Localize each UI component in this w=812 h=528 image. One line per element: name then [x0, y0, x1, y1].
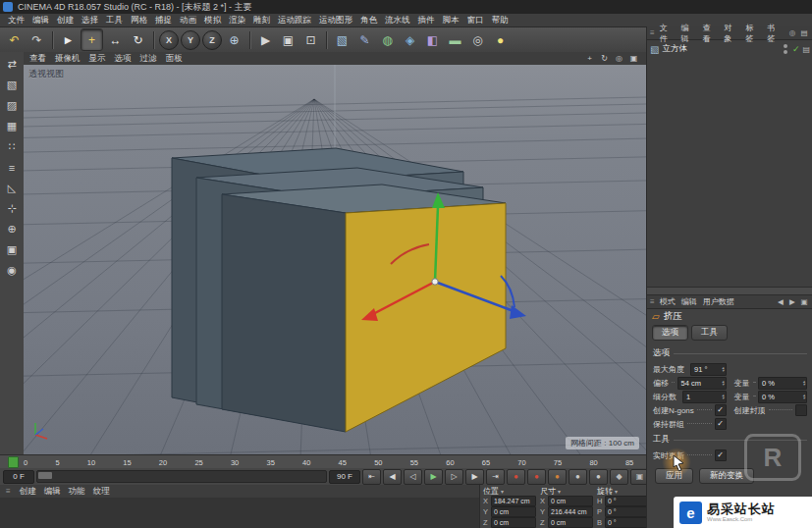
menu-item-窗口[interactable]: 窗口: [463, 15, 488, 26]
scene-3d[interactable]: [24, 65, 646, 454]
menu-item-渲染[interactable]: 渲染: [225, 15, 249, 26]
menu-item-书签[interactable]: 书签: [764, 23, 785, 44]
object-tag-icon[interactable]: ▤: [802, 45, 810, 54]
offset-field[interactable]: 54 cm▴▾: [677, 377, 727, 390]
create-ngons-checkbox[interactable]: ✓: [715, 404, 727, 416]
render-picture-viewer-button[interactable]: ▣: [278, 29, 298, 50]
max-angle-field[interactable]: 91 °▴▾: [690, 363, 727, 376]
workplane-mode-button[interactable]: ▦: [2, 117, 22, 135]
polygons-mode-button[interactable]: ◺: [2, 179, 22, 197]
undo-button[interactable]: ↶: [4, 29, 25, 50]
goto-start-button[interactable]: ⇤: [362, 469, 381, 485]
realtime-update-checkbox[interactable]: ✓: [715, 449, 727, 461]
spinner-icon[interactable]: ▴▾: [803, 380, 805, 387]
panel-menu-icon[interactable]: ≡: [6, 487, 11, 496]
menu-item-面板[interactable]: 面板: [166, 53, 183, 65]
timeline-slider-thumb[interactable]: [38, 472, 52, 479]
subdivision-field[interactable]: 1▴▾: [682, 391, 727, 403]
end-frame-field[interactable]: 90 F: [329, 470, 360, 484]
menu-item-模拟[interactable]: 模拟: [200, 15, 225, 26]
render-view-button[interactable]: ▶: [255, 29, 276, 50]
menu-item-帮助[interactable]: 帮助: [488, 15, 513, 26]
coord-value-field[interactable]: 0 °: [605, 517, 650, 528]
menu-item-选择[interactable]: 选择: [78, 15, 102, 26]
menu-item-摄像机[interactable]: 摄像机: [55, 53, 81, 65]
z-axis-lock-button[interactable]: Z: [202, 30, 222, 50]
menu-item-运动图形[interactable]: 运动图形: [315, 15, 356, 26]
texture-mode-button[interactable]: ▨: [2, 96, 22, 115]
environment-button[interactable]: ▬: [445, 29, 465, 50]
menu-item-创建[interactable]: 创建: [53, 15, 78, 26]
coord-value-field[interactable]: 216.444 cm: [548, 506, 593, 517]
live-selection-button[interactable]: ►: [58, 29, 79, 50]
subdivision-variance-field[interactable]: 0 %▴▾: [758, 391, 807, 403]
toggle-layout-button[interactable]: ▣: [627, 53, 640, 64]
offset-variance-field[interactable]: 0 %▴▾: [758, 377, 807, 390]
material-list[interactable]: [0, 498, 479, 528]
spinner-icon[interactable]: ▴▾: [722, 394, 724, 400]
menu-item-标签[interactable]: 标签: [742, 23, 764, 44]
orbit-view-button[interactable]: ↻: [598, 53, 611, 64]
prev-key-button[interactable]: ◀: [383, 469, 402, 485]
coord-value-field[interactable]: 0 °: [605, 496, 650, 506]
menu-item-捕捉[interactable]: 捕捉: [151, 15, 176, 26]
coord-value-field[interactable]: 0 cm: [548, 517, 593, 528]
menu-item-编辑[interactable]: 编辑: [678, 23, 700, 44]
history-forward-icon[interactable]: ▶: [786, 296, 798, 307]
panel-menu-icon[interactable]: ≡: [650, 28, 655, 37]
menu-item-角色[interactable]: 角色: [356, 15, 381, 26]
camera-button[interactable]: ◎: [467, 29, 488, 50]
pen-spline-button[interactable]: ✎: [354, 29, 375, 50]
pan-view-button[interactable]: +: [583, 53, 596, 64]
move-tool-button[interactable]: +: [81, 28, 103, 51]
redo-button[interactable]: ↷: [27, 29, 47, 50]
menu-item-过滤[interactable]: 过滤: [140, 53, 157, 65]
panel-splitter[interactable]: [647, 287, 812, 295]
timeline-playhead[interactable]: [8, 456, 19, 468]
record-position-button[interactable]: ●: [548, 469, 567, 485]
next-key-button[interactable]: ▶: [465, 469, 484, 485]
visibility-dots[interactable]: [784, 44, 787, 54]
lock-icon[interactable]: ▣: [798, 296, 810, 307]
panel-menu-icon[interactable]: ≡: [650, 297, 655, 306]
rotate-tool-button[interactable]: ↻: [128, 29, 148, 50]
viewport[interactable]: 查看摄像机显示选项过滤面板 +↻◎▣: [24, 52, 646, 454]
menu-item-网格[interactable]: 网格: [127, 15, 151, 26]
object-list[interactable]: ▧ 立方体 ✓ ▤: [647, 40, 812, 287]
points-mode-button[interactable]: ∷: [2, 137, 22, 156]
record-scale-button[interactable]: ●: [568, 469, 587, 485]
menu-item-编辑[interactable]: 编辑: [28, 15, 53, 26]
history-back-icon[interactable]: ◀: [775, 296, 786, 307]
menu-item-对象[interactable]: 对象: [721, 23, 742, 44]
menu-item-查看[interactable]: 查看: [29, 53, 46, 65]
record-rotation-button[interactable]: ●: [589, 469, 608, 485]
menu-item-雕刻[interactable]: 雕刻: [249, 15, 274, 26]
menu-item-编辑[interactable]: 编辑: [678, 296, 700, 307]
preserve-groups-checkbox[interactable]: ✓: [715, 418, 727, 430]
goto-end-button[interactable]: ⇥: [486, 469, 505, 485]
coord-value-field[interactable]: 0 cm: [491, 506, 536, 517]
search-icon[interactable]: ◎: [786, 27, 798, 38]
menu-item-运动跟踪[interactable]: 运动跟踪: [274, 15, 315, 26]
workplane-lock-button[interactable]: ▣: [2, 240, 22, 259]
tab-tool[interactable]: 工具: [691, 325, 728, 341]
create-caps-checkbox[interactable]: [795, 404, 807, 416]
coord-value-field[interactable]: 0 cm: [491, 517, 536, 528]
object-name[interactable]: 立方体: [662, 43, 780, 55]
render-settings-button[interactable]: ⊡: [300, 29, 321, 50]
coord-group-header[interactable]: 旋转▾: [597, 486, 650, 496]
menu-item-动画[interactable]: 动画: [176, 15, 200, 26]
zoom-view-button[interactable]: ◎: [613, 53, 625, 64]
record-keyframe-button[interactable]: ●: [507, 469, 525, 485]
edges-mode-button[interactable]: ≡: [2, 158, 22, 177]
spinner-icon[interactable]: ▴▾: [722, 380, 724, 387]
menu-item-用户数据[interactable]: 用户数据: [700, 296, 737, 307]
start-frame-field[interactable]: 0 F: [3, 470, 34, 484]
snap-toggle-button[interactable]: ⊕: [2, 220, 22, 238]
menu-item-文件[interactable]: 文件: [4, 15, 28, 26]
generators-button[interactable]: ◈: [400, 29, 420, 50]
menu-item-创建[interactable]: 创建: [20, 486, 36, 498]
y-axis-lock-button[interactable]: Y: [181, 30, 200, 50]
coord-value-field[interactable]: 0 cm: [548, 496, 593, 506]
coord-value-field[interactable]: 0 °: [605, 506, 650, 517]
